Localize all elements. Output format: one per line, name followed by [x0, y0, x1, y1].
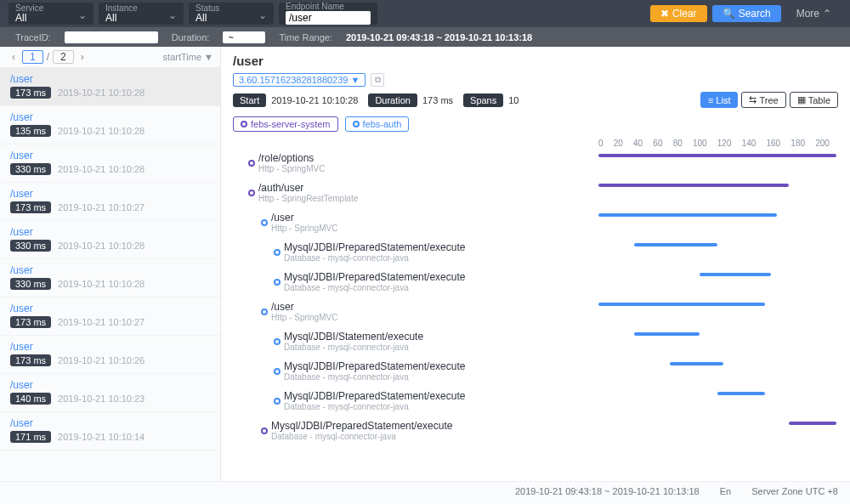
- copy-icon[interactable]: ⧉: [371, 73, 384, 87]
- span-bar: [717, 392, 765, 395]
- trace-item[interactable]: /user330 ms2019-10-21 10:10:28: [0, 221, 220, 259]
- trace-name: /user: [10, 188, 210, 200]
- trace-item[interactable]: /user173 ms2019-10-21 10:10:28: [0, 68, 220, 106]
- span-bar: [598, 303, 765, 306]
- span-row[interactable]: Mysql/JDBI/PreparedStatement/executeData…: [241, 356, 838, 386]
- trace-item[interactable]: /user173 ms2019-10-21 10:10:27: [0, 183, 220, 221]
- filter-service[interactable]: Service All ⌄: [8, 3, 94, 25]
- duration-label: Duration:: [172, 32, 210, 42]
- trace-name: /user: [10, 226, 210, 238]
- duration-badge: 173 ms: [10, 316, 51, 328]
- chevron-down-icon: ⌄: [78, 9, 87, 21]
- trace-item[interactable]: /user330 ms2019-10-21 10:10:28: [0, 259, 220, 297]
- view-table[interactable]: ▦ Table: [790, 92, 838, 108]
- span-row[interactable]: Mysql/JDBI/PreparedStatement/executeData…: [241, 237, 838, 267]
- footer-bar: 2019-10-21 09:43:18 ~ 2019-10-21 10:13:1…: [0, 481, 850, 504]
- duration-badge: 171 ms: [10, 431, 51, 443]
- span-dot-icon: [274, 338, 280, 345]
- span-row[interactable]: /userHttp - SpringMVC: [241, 297, 838, 326]
- duration-input[interactable]: [223, 31, 265, 43]
- span-timeline: 020406080100120140160180200 /role/option…: [241, 139, 838, 445]
- duration-badge: 173 ms: [10, 354, 51, 366]
- search-button[interactable]: 🔍Search: [712, 5, 781, 22]
- traceid-label: TraceID:: [15, 32, 51, 42]
- span-row[interactable]: Mysql/JDBI/Statement/executeDatabase - m…: [241, 326, 838, 356]
- span-row[interactable]: Mysql/JDBI/PreparedStatement/executeData…: [241, 267, 838, 297]
- chevron-down-icon: ⌄: [168, 9, 177, 21]
- duration-badge: 330 ms: [10, 163, 51, 175]
- trace-item[interactable]: /user330 ms2019-10-21 10:10:28: [0, 144, 220, 183]
- trace-name: /user: [10, 303, 210, 314]
- span-dot-icon: [261, 219, 268, 226]
- traceid-input[interactable]: [65, 31, 158, 43]
- span-bar: [789, 422, 836, 425]
- sub-header: TraceID: Duration: Time Range: 2019-10-2…: [0, 27, 850, 47]
- detail-title: /user: [233, 54, 838, 68]
- service-legend: febs-server-systemfebs-auth: [233, 116, 838, 132]
- span-bar: [670, 362, 723, 365]
- endpoint-input[interactable]: [286, 11, 371, 25]
- trace-name: /user: [10, 111, 210, 123]
- chevron-down-icon: ⌄: [258, 9, 267, 21]
- trace-name: /user: [10, 150, 210, 161]
- trace-name: /user: [10, 379, 210, 391]
- sort-toggle[interactable]: startTime ▼: [89, 52, 213, 62]
- page-1[interactable]: 1: [22, 50, 43, 64]
- trace-name: /user: [10, 73, 210, 85]
- span-bar: [700, 273, 771, 276]
- span-bar: [598, 213, 777, 217]
- span-row[interactable]: /role/optionsHttp - SpringMVC: [241, 148, 838, 178]
- span-dot-icon: [261, 309, 268, 315]
- span-dot-icon: [274, 398, 280, 405]
- span-dot-icon: [274, 368, 280, 375]
- more-button[interactable]: More ⌃: [786, 5, 842, 22]
- search-icon: 🔍: [722, 8, 735, 20]
- page-prev[interactable]: ‹: [7, 51, 20, 63]
- pager-row: ‹ 1 / 2 › startTime ▼: [0, 47, 220, 68]
- span-row[interactable]: /auth/userHttp - SpringRestTemplate: [241, 178, 838, 207]
- footer-lang[interactable]: En: [720, 486, 731, 500]
- trace-item[interactable]: /user171 ms2019-10-21 10:10:14: [0, 412, 220, 450]
- trace-item[interactable]: /user173 ms2019-10-21 10:10:26: [0, 336, 220, 374]
- span-dot-icon: [248, 190, 255, 196]
- x-icon: ✖: [660, 8, 669, 20]
- span-row[interactable]: /userHttp - SpringMVC: [241, 207, 838, 237]
- footer-range[interactable]: 2019-10-21 09:43:18 ~ 2019-10-21 10:13:1…: [515, 486, 700, 500]
- trace-name: /user: [10, 341, 210, 353]
- timerange-label: Time Range:: [279, 32, 332, 42]
- span-row[interactable]: Mysql/JDBI/PreparedStatement/executeData…: [241, 416, 838, 445]
- duration-badge: 173 ms: [10, 201, 51, 213]
- trace-list-panel: ‹ 1 / 2 › startTime ▼ /user173 ms2019-10…: [0, 47, 221, 481]
- span-bar: [598, 154, 836, 157]
- span-dot-icon: [261, 428, 268, 434]
- trace-name: /user: [10, 417, 210, 429]
- span-dot-icon: [248, 160, 255, 167]
- trace-item[interactable]: /user135 ms2019-10-21 10:10:28: [0, 106, 220, 144]
- view-list[interactable]: ≡ List: [700, 92, 739, 108]
- footer-zone[interactable]: Server Zone UTC +8: [751, 486, 838, 500]
- trace-detail-panel: /user 3.60.15716238281880239 ▼ ⧉ Start 2…: [221, 47, 850, 481]
- traceid-select[interactable]: 3.60.15716238281880239 ▼: [233, 73, 366, 87]
- filter-status[interactable]: Status All ⌄: [189, 3, 274, 25]
- trace-item[interactable]: /user173 ms2019-10-21 10:10:27: [0, 297, 220, 336]
- duration-chip: Duration: [368, 93, 417, 107]
- duration-badge: 330 ms: [10, 278, 51, 290]
- span-bar: [634, 332, 700, 336]
- clear-button[interactable]: ✖Clear: [650, 5, 707, 22]
- service-badge[interactable]: febs-auth: [345, 116, 410, 132]
- span-bar: [598, 184, 789, 187]
- page-next[interactable]: ›: [76, 51, 89, 63]
- span-dot-icon: [274, 249, 280, 256]
- page-2[interactable]: 2: [53, 50, 74, 64]
- service-badge[interactable]: febs-server-system: [233, 116, 338, 132]
- filter-instance[interactable]: Instance All ⌄: [99, 3, 184, 25]
- view-tree[interactable]: ⇆ Tree: [741, 92, 785, 108]
- trace-item[interactable]: /user140 ms2019-10-21 10:10:23: [0, 374, 220, 412]
- header-bar: Service All ⌄ Instance All ⌄ Status All …: [0, 0, 850, 27]
- span-dot-icon: [274, 279, 280, 286]
- duration-badge: 330 ms: [10, 240, 51, 252]
- time-axis: 020406080100120140160180200: [598, 139, 838, 148]
- duration-badge: 135 ms: [10, 125, 51, 137]
- spans-chip: Spans: [463, 93, 503, 107]
- span-row[interactable]: Mysql/JDBI/PreparedStatement/executeData…: [241, 386, 838, 416]
